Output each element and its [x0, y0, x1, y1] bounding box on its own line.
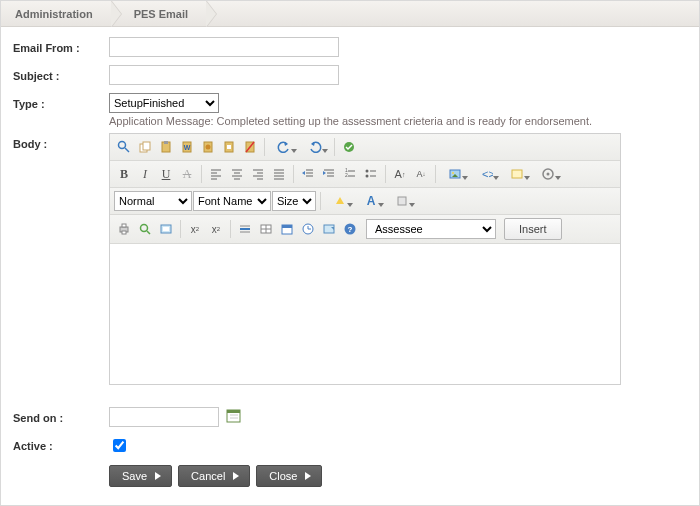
action-buttons: Save Cancel Close — [13, 465, 687, 487]
svg-point-50 — [452, 172, 454, 174]
find-icon[interactable] — [114, 137, 134, 157]
separator — [320, 192, 321, 210]
italic-icon[interactable]: I — [135, 164, 155, 184]
insert-hr-icon[interactable] — [235, 219, 255, 239]
svg-rect-71 — [282, 225, 292, 228]
svg-rect-3 — [143, 142, 150, 150]
label-subject: Subject : — [13, 65, 109, 82]
paste-html-icon[interactable] — [198, 137, 218, 157]
print-preview-icon[interactable] — [156, 219, 176, 239]
breadcrumb: Administration PES Email — [1, 1, 699, 27]
toolbar-row-1: W — [110, 134, 620, 161]
editor-content-area[interactable] — [110, 244, 620, 384]
svg-rect-80 — [227, 410, 240, 413]
svg-rect-59 — [122, 231, 126, 234]
separator — [334, 138, 335, 156]
ordered-list-icon[interactable]: 12 — [340, 164, 360, 184]
separator — [435, 165, 436, 183]
svg-text:2: 2 — [345, 172, 348, 178]
paragraph-style-select[interactable]: Normal — [114, 191, 192, 211]
underline-icon[interactable]: U — [156, 164, 176, 184]
cancel-button[interactable]: Cancel — [178, 465, 250, 487]
svg-rect-63 — [163, 227, 169, 231]
insert-time-icon[interactable] — [298, 219, 318, 239]
chevron-right-icon — [233, 472, 239, 480]
send-on-input[interactable] — [109, 407, 219, 427]
align-justify-icon[interactable] — [269, 164, 289, 184]
type-select[interactable]: SetupFinished — [109, 93, 219, 113]
svg-point-9 — [206, 145, 211, 150]
separator — [293, 165, 294, 183]
paste-plain-icon[interactable] — [219, 137, 239, 157]
insert-date-icon[interactable] — [277, 219, 297, 239]
separator — [230, 220, 231, 238]
insert-symbol-icon[interactable] — [533, 164, 563, 184]
email-from-input[interactable] — [109, 37, 339, 57]
save-button[interactable]: Save — [109, 465, 172, 487]
outdent-icon[interactable] — [298, 164, 318, 184]
decrease-size-icon[interactable]: A↓ — [411, 164, 431, 184]
breadcrumb-admin[interactable]: Administration — [1, 1, 112, 26]
svg-marker-40 — [323, 171, 326, 175]
spellcheck-icon[interactable] — [339, 137, 359, 157]
calendar-icon[interactable] — [225, 407, 241, 423]
chevron-right-icon — [305, 472, 311, 480]
breadcrumb-pes-email[interactable]: PES Email — [112, 1, 207, 26]
undo-icon[interactable] — [269, 137, 299, 157]
cancel-button-label: Cancel — [191, 470, 225, 482]
font-size-select[interactable]: Size — [272, 191, 316, 211]
help-icon[interactable]: ? — [340, 219, 360, 239]
insert-snippet-icon[interactable] — [502, 164, 532, 184]
separator — [385, 165, 386, 183]
paste-word-icon[interactable]: W — [177, 137, 197, 157]
save-button-label: Save — [122, 470, 147, 482]
indent-icon[interactable] — [319, 164, 339, 184]
subscript-icon[interactable]: x2 — [206, 219, 226, 239]
paste-icon[interactable] — [156, 137, 176, 157]
active-checkbox[interactable] — [113, 439, 126, 452]
font-name-select[interactable]: Font Name — [193, 191, 271, 211]
unordered-list-icon[interactable] — [361, 164, 381, 184]
insert-button[interactable]: Insert — [504, 218, 562, 240]
chevron-right-icon — [155, 472, 161, 480]
toolbar-row-3: Normal Font Name Size A — [110, 188, 620, 215]
svg-marker-36 — [302, 171, 305, 175]
svg-rect-58 — [122, 224, 126, 227]
form: Email From : Subject : Type : SetupFinis… — [1, 27, 699, 499]
toggle-fullscreen-icon[interactable] — [319, 219, 339, 239]
fore-color-icon[interactable]: A — [356, 191, 386, 211]
separator — [180, 220, 181, 238]
image-manager-icon[interactable] — [440, 164, 470, 184]
toolbar-row-4: x2 x2 ? Assessee Insert — [110, 215, 620, 244]
align-center-icon[interactable] — [227, 164, 247, 184]
apply-class-icon[interactable] — [387, 191, 417, 211]
label-email-from: Email From : — [13, 37, 109, 54]
print-icon[interactable] — [114, 219, 134, 239]
close-button[interactable]: Close — [256, 465, 322, 487]
insert-table-icon[interactable] — [256, 219, 276, 239]
bold-icon[interactable]: B — [114, 164, 134, 184]
increase-size-icon[interactable]: A↑ — [390, 164, 410, 184]
svg-point-60 — [141, 225, 148, 232]
svg-line-61 — [147, 231, 150, 234]
zoom-icon[interactable] — [135, 219, 155, 239]
svg-text:W: W — [184, 144, 191, 151]
subject-input[interactable] — [109, 65, 339, 85]
align-right-icon[interactable] — [248, 164, 268, 184]
copy-icon[interactable] — [135, 137, 155, 157]
rich-text-editor: W B I U A — [109, 133, 621, 385]
svg-rect-11 — [227, 145, 231, 149]
strikethrough-icon[interactable]: A — [177, 164, 197, 184]
back-color-icon[interactable] — [325, 191, 355, 211]
toolbar-row-2: B I U A 12 A↑ A↓ — [110, 161, 620, 188]
align-left-icon[interactable] — [206, 164, 226, 184]
superscript-icon[interactable]: x2 — [185, 219, 205, 239]
svg-rect-56 — [398, 197, 406, 205]
merge-field-select[interactable]: Assessee — [366, 219, 496, 239]
svg-point-55 — [547, 173, 550, 176]
insert-link-icon[interactable]: <> — [471, 164, 501, 184]
format-stripper-icon[interactable] — [240, 137, 260, 157]
close-button-label: Close — [269, 470, 297, 482]
redo-icon[interactable] — [300, 137, 330, 157]
svg-text:?: ? — [348, 225, 353, 234]
